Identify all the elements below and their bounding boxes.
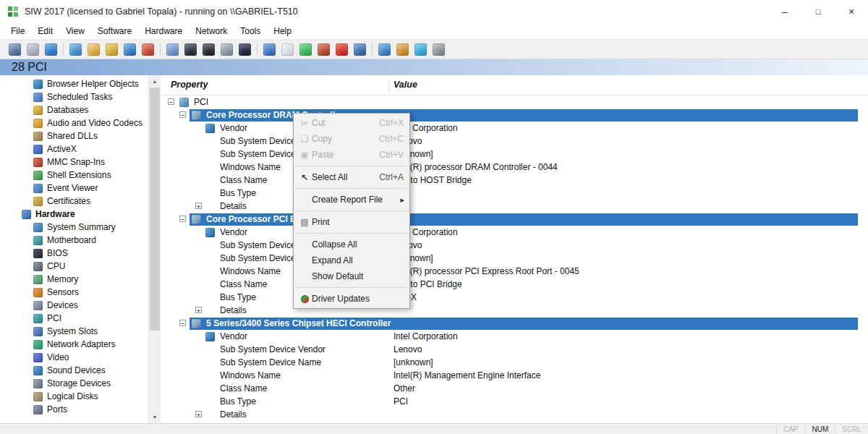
expand-toggle[interactable]: − — [168, 98, 174, 105]
scrollbar-thumb[interactable] — [150, 88, 160, 331]
eye-icon[interactable] — [315, 41, 333, 58]
tree-row-windows-name[interactable]: Windows Name Intel(R) Management Engine … — [161, 369, 868, 382]
menu-bar-item[interactable]: View — [59, 24, 91, 38]
tree-row-details[interactable]: + Details — [161, 304, 868, 317]
sidebar-item-activex[interactable]: ActiveX — [0, 142, 160, 156]
menu-bar-item[interactable]: Network — [189, 24, 234, 38]
monitor-icon[interactable] — [182, 41, 200, 58]
sidebar-item-certificates[interactable]: Certificates — [0, 195, 160, 208]
column-header-property[interactable]: Property — [171, 80, 208, 90]
tree-row-sub-system-device-name[interactable]: Sub System Device Name [unknown] — [161, 252, 868, 265]
tree-row-class-name[interactable]: Class Name Other — [161, 382, 868, 395]
tree-row-bus-type[interactable]: Bus Type PCI — [161, 395, 868, 408]
sidebar-item-ports[interactable]: Ports — [0, 403, 160, 416]
expand-toggle[interactable]: − — [179, 320, 186, 326]
uptime-icon[interactable] — [236, 41, 254, 58]
sidebar-item-browser-helper-objects[interactable]: Browser Helper Objects — [0, 77, 160, 90]
tree-row-sub-system-device-vendor[interactable]: Sub System Device Vendor Lenovo — [161, 343, 868, 356]
sidebar-item-bios[interactable]: BIOS — [0, 247, 160, 260]
scroll-up-arrow[interactable]: ▲ — [149, 75, 161, 88]
sidebar-item-event-viewer[interactable]: Event Viewer — [0, 182, 160, 195]
menu-bar-item[interactable]: Hardware — [138, 24, 189, 38]
sidebar-item-system-slots[interactable]: System Slots — [0, 325, 160, 338]
sidebar-item-memory[interactable]: Memory — [0, 273, 160, 286]
expand-toggle[interactable]: + — [195, 307, 202, 313]
options-gear-icon[interactable] — [351, 41, 369, 58]
expand-toggle[interactable]: − — [179, 216, 186, 222]
about-icon[interactable] — [430, 41, 448, 58]
tree-row-vendor[interactable]: Vendor Intel Corporation — [161, 226, 868, 239]
close-button[interactable]: × — [835, 0, 868, 23]
tree-row-vendor[interactable]: Vendor Intel Corporation — [161, 330, 868, 343]
expand-toggle[interactable]: − — [179, 111, 186, 118]
tree-row-sub-system-device-vendor[interactable]: Sub System Device Vendor Lenovo — [161, 135, 868, 148]
menu-bar-item[interactable]: Edit — [31, 24, 59, 38]
sidebar-item-sound-devices[interactable]: Sound Devices — [0, 364, 160, 377]
sidebar-item-audio-video-codecs[interactable]: Audio and Video Codecs — [0, 116, 160, 129]
battery-icon[interactable] — [218, 41, 236, 58]
tree-row-sub-system-device-name[interactable]: Sub System Device Name [unknown] — [161, 356, 868, 369]
context-menu-item-expand-all[interactable]: Expand All — [294, 252, 409, 268]
tree-row-sub-system-device-vendor[interactable]: Sub System Device Vendor Lenovo — [161, 239, 868, 252]
open-file-icon[interactable] — [278, 41, 297, 58]
sidebar-item-network-adapters[interactable]: Network Adapters — [0, 338, 160, 351]
context-menu-item-select-all[interactable]: Select All Ctrl+A — [294, 169, 409, 185]
applications-icon[interactable] — [163, 41, 182, 58]
feedback-icon[interactable] — [412, 41, 430, 58]
sidebar-item-logical-disks[interactable]: Logical Disks — [0, 390, 160, 403]
tree-row-class-name[interactable]: Class Name PCI to HOST Bridge — [161, 174, 868, 187]
sidebar-item-system-summary[interactable]: System Summary — [0, 221, 160, 234]
menu-bar-item[interactable]: File — [4, 24, 31, 38]
sidebar-item-mmc-snap-ins[interactable]: MMC Snap-Ins — [0, 156, 160, 169]
tree-root-pci[interactable]: − PCI — [161, 95, 868, 109]
tree-row-details[interactable]: + Details — [161, 200, 868, 213]
sidebar-item-hardware[interactable]: Hardware — [0, 208, 160, 221]
certificates-icon[interactable] — [121, 41, 139, 58]
sidebar-item-cpu[interactable]: CPU — [0, 260, 160, 273]
tree-group-core-processor-pci-express-root-port[interactable]: − Core Processor PCI Express Root Port 1 — [161, 213, 868, 226]
sidebar-item-motherboard[interactable]: Motherboard — [0, 234, 160, 247]
sidebar-item-databases[interactable]: Databases — [0, 103, 160, 116]
sidebar-item-storage-devices[interactable]: Storage Devices — [0, 377, 160, 390]
column-header-value[interactable]: Value — [393, 80, 417, 90]
tree-row-windows-name[interactable]: Windows Name Intel(R) processor DRAM Con… — [161, 161, 868, 174]
tree-row-class-name[interactable]: Class Name PCI to PCI Bridge — [161, 278, 868, 291]
security-icon[interactable] — [139, 41, 157, 58]
expand-toggle[interactable]: + — [195, 411, 202, 417]
network-printer-icon[interactable] — [260, 41, 278, 58]
menu-bar-item[interactable]: Software — [91, 24, 138, 38]
refresh-icon[interactable] — [42, 41, 60, 58]
tree-row-windows-name[interactable]: Windows Name Intel(R) processor PCI Expr… — [161, 265, 868, 278]
passwords-icon[interactable] — [85, 41, 103, 58]
sidebar-item-devices[interactable]: Devices — [0, 299, 160, 312]
sidebar-item-scheduled-tasks[interactable]: Scheduled Tasks — [0, 90, 160, 103]
opera-icon[interactable] — [333, 41, 351, 58]
maximize-button[interactable]: □ — [801, 0, 835, 23]
licenses-icon[interactable] — [67, 41, 85, 58]
expand-toggle[interactable]: + — [195, 203, 202, 209]
eula-icon[interactable] — [200, 41, 218, 58]
context-menu-item-create-report-file[interactable]: Create Report File — [294, 192, 409, 208]
menu-bar-item[interactable]: Help — [267, 24, 298, 38]
sidebar-item-shell-extensions[interactable]: Shell Extensions — [0, 169, 160, 182]
tree-row-bus-type[interactable]: Bus Type PCI — [161, 187, 868, 200]
tree-row-sub-system-device-name[interactable]: Sub System Device Name [unknown] — [161, 148, 868, 161]
sidebar-item-video[interactable]: Video — [0, 351, 160, 364]
sidebar-item-pci[interactable]: PCI — [0, 312, 160, 325]
monitoring-icon[interactable] — [297, 41, 315, 58]
minimize-button[interactable]: – — [768, 0, 801, 23]
scroll-down-arrow[interactable]: ▼ — [149, 411, 161, 423]
email-icon[interactable] — [375, 41, 393, 58]
tree-group-5-series-3400-series-chipset-heci-controller[interactable]: − 5 Series/3400 Series Chipset HECI Cont… — [161, 317, 868, 330]
sidebar-item-shared-dlls[interactable]: Shared DLLs — [0, 129, 160, 142]
sidebar-item-sensors[interactable]: Sensors — [0, 286, 160, 299]
product-keys-icon[interactable] — [103, 41, 121, 58]
homepage-icon[interactable] — [393, 41, 412, 58]
tree-row-vendor[interactable]: Vendor Intel Corporation — [161, 122, 868, 135]
menu-bar-item[interactable]: Tools — [234, 24, 267, 38]
print-icon[interactable] — [24, 41, 42, 58]
sidebar-scrollbar[interactable]: ▲ ▼ — [148, 75, 161, 423]
context-menu-item-driver-updates[interactable]: Driver Updates — [294, 291, 409, 307]
tree-row-details[interactable]: + Details — [161, 408, 868, 421]
context-menu-item-show-default[interactable]: Show Default — [294, 268, 409, 284]
